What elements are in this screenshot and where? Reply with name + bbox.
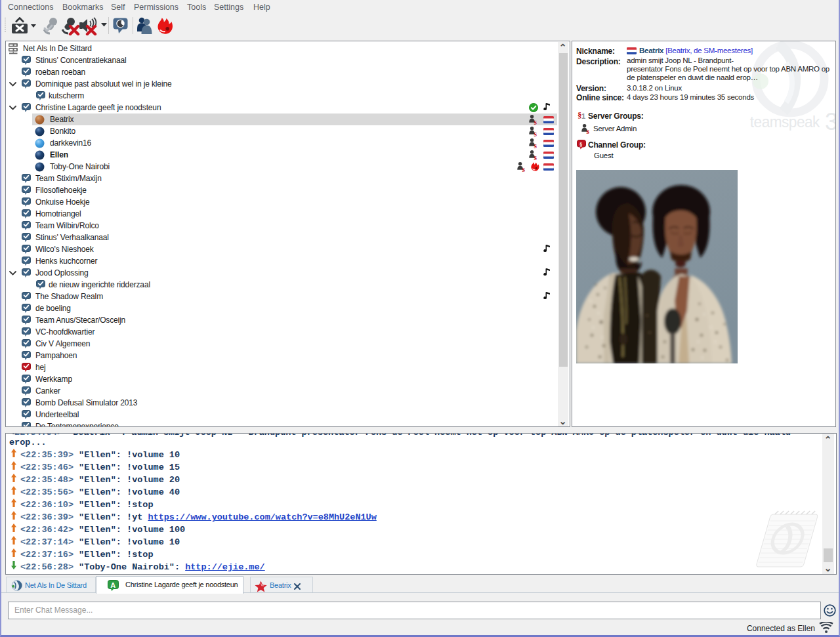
svg-text:1: 1 [581, 112, 585, 119]
svg-text:teamspeak: teamspeak [750, 113, 820, 131]
svg-text:3: 3 [825, 108, 836, 135]
svg-text:§: § [579, 141, 583, 148]
svg-text:A: A [110, 581, 116, 589]
